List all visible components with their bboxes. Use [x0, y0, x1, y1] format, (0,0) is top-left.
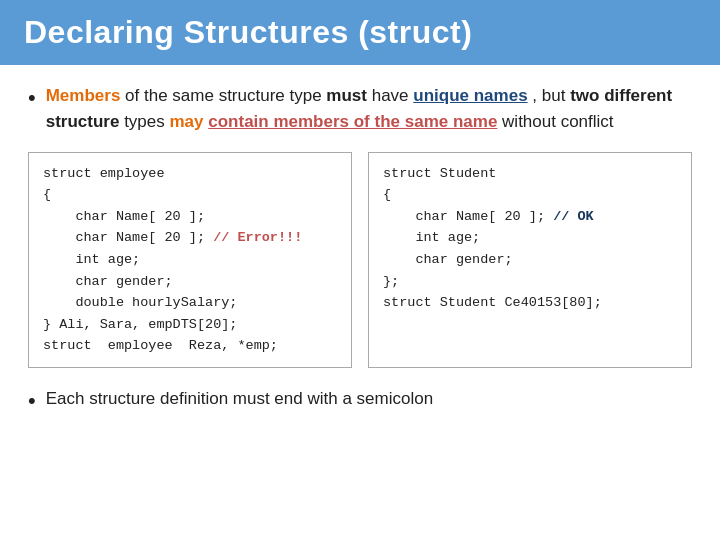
code-line: struct Student: [383, 163, 677, 185]
code-line: {: [383, 184, 677, 206]
code-line: };: [383, 271, 677, 293]
code-line: char gender;: [43, 271, 337, 293]
bullet-dot-2: •: [28, 388, 36, 414]
code-line: char Name[ 20 ];: [43, 206, 337, 228]
code-section: struct employee { char Name[ 20 ]; char …: [28, 152, 692, 368]
must-text: must: [326, 86, 367, 105]
contain-text: contain members of the same name: [208, 112, 497, 131]
members-text: Members: [46, 86, 121, 105]
text-segment-2: have: [372, 86, 414, 105]
code-line: int age;: [383, 227, 677, 249]
text-segment-4: types: [124, 112, 169, 131]
page-title: Declaring Structures (struct): [24, 14, 696, 51]
code-line: char gender;: [383, 249, 677, 271]
unique-names-text: unique names: [413, 86, 527, 105]
code-line: double hourlySalary;: [43, 292, 337, 314]
bullet-1: • Members of the same structure type mus…: [28, 83, 692, 136]
code-box-left: struct employee { char Name[ 20 ]; char …: [28, 152, 352, 368]
title-bar: Declaring Structures (struct): [0, 0, 720, 65]
code-line-ok: char Name[ 20 ]; // OK: [383, 206, 677, 228]
code-line: int age;: [43, 249, 337, 271]
code-box-right: struct Student { char Name[ 20 ]; // OK …: [368, 152, 692, 368]
code-line: {: [43, 184, 337, 206]
may-text: may: [169, 112, 203, 131]
bullet-dot-1: •: [28, 85, 36, 111]
text-segment-6: without conflict: [502, 112, 614, 131]
bullet-2: • Each structure definition must end wit…: [28, 386, 692, 414]
bullet-text-1: Members of the same structure type must …: [46, 83, 692, 136]
bullet-text-2: Each structure definition must end with …: [46, 386, 433, 412]
code-line: struct Student Ce40153[80];: [383, 292, 677, 314]
text-segment-3: , but: [532, 86, 570, 105]
code-line: struct employee: [43, 163, 337, 185]
code-line: } Ali, Sara, empDTS[20];: [43, 314, 337, 336]
code-line-error: char Name[ 20 ]; // Error!!!: [43, 227, 337, 249]
code-line: struct employee Reza, *emp;: [43, 335, 337, 357]
text-segment-1: of the same structure type: [125, 86, 326, 105]
